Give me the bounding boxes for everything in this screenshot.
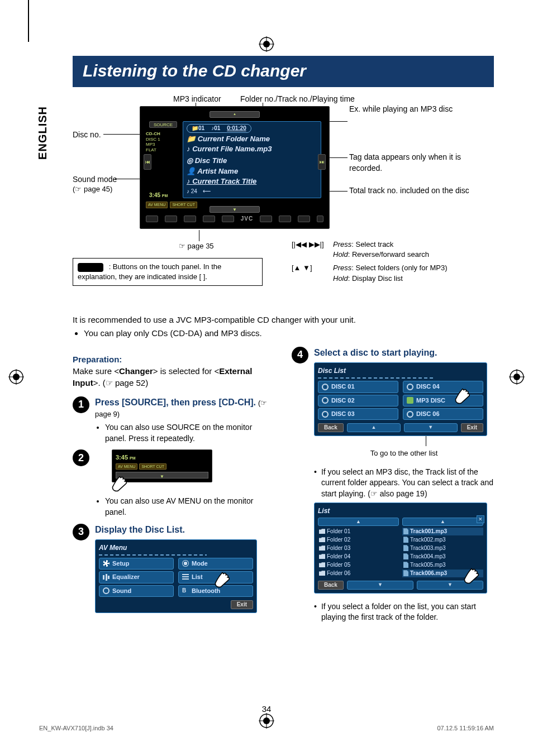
shortcut-chip[interactable]: SHORT CUT (170, 202, 197, 208)
scroll-down-arrow[interactable]: ▼ (404, 423, 458, 432)
exit-button[interactable]: Exit (231, 600, 253, 609)
track-002[interactable]: Track002.mp3 (402, 536, 483, 544)
step-3-badge: 3 (73, 524, 89, 540)
next-track-button[interactable]: ⏭ (318, 154, 326, 170)
preparation-text: Make sure <Changer> is selected for <Ext… (73, 365, 275, 389)
hw-button-disp[interactable] (222, 216, 234, 222)
step-3-title: Display the Disc List. (95, 524, 275, 536)
folder-03[interactable]: Folder 03 (318, 544, 399, 552)
hw-button[interactable] (184, 216, 196, 222)
disc-icon (407, 411, 413, 418)
folder-04[interactable]: Folder 04 (318, 553, 399, 561)
device-up-arrow-button[interactable]: ▲ (210, 111, 260, 118)
track-list-title: List (318, 506, 483, 516)
disc-01[interactable]: DISC 01 (318, 381, 398, 393)
track-scroll-up[interactable]: ▲ (402, 518, 483, 526)
callout-sound-mode: Sound mode (73, 174, 117, 185)
av-menu-chip[interactable]: AV MENU (116, 463, 137, 470)
preparation-heading: Preparation: (73, 353, 275, 365)
track-title: Current Track Title (192, 177, 256, 185)
touch-button-chip-icon (78, 263, 103, 272)
hw-button-minus[interactable] (260, 216, 272, 222)
folder-05[interactable]: Folder 05 (318, 561, 399, 569)
equalizer-icon (103, 574, 110, 581)
cd-ch-label: CD-CH (146, 131, 160, 137)
registration-mark-right (509, 369, 525, 387)
menu-equalizer[interactable]: Equalizer (99, 571, 174, 583)
file-icon (403, 570, 408, 576)
folder-scroll-down[interactable]: ▼ (347, 581, 413, 590)
step-1-badge: 1 (73, 396, 89, 413)
current-file-name: Current File Name.mp3 (192, 145, 272, 153)
artist-name: Artist Name (197, 167, 238, 175)
lcd-side-info: CD-CH DISC 1 MP3 FLAT (146, 131, 160, 152)
folder-01[interactable]: Folder 01 (318, 528, 399, 535)
sound-icon (103, 587, 110, 594)
prev-track-button[interactable]: ⏮ (144, 154, 151, 170)
menu-sound[interactable]: Sound (99, 585, 174, 597)
av-menu-title: AV Menu (99, 543, 253, 553)
hw-button-source[interactable] (203, 216, 215, 222)
track-003[interactable]: Track003.mp3 (402, 544, 483, 552)
hw-button[interactable] (165, 216, 177, 222)
disc-icon (322, 411, 329, 418)
current-folder-name: Current Folder Name (198, 135, 270, 143)
device-mock: ▲ SOURCE CD-CH DISC 1 MP3 FLAT ⏮ 📁01 ♪01… (140, 106, 330, 229)
disc-icon (407, 384, 413, 390)
callout-folder-track-time: Folder no./Track no./Playing time (240, 94, 355, 105)
language-tab: ENGLISH (36, 106, 49, 160)
folder-scroll-up[interactable]: ▲ (318, 518, 399, 526)
track-004[interactable]: Track004.mp3 (402, 553, 483, 561)
pointing-hand-icon (108, 471, 131, 494)
callout-mp3-indicator: MP3 indicator (173, 94, 221, 105)
av-menu-screen: AV Menu Setup Mode Equalizer List Sound … (95, 539, 257, 613)
source-button[interactable]: SOURCE (149, 121, 177, 128)
row2-hold: Hold: Display Disc list (333, 274, 485, 284)
step-2-bullet: You can also use AV MENU on the monitor … (105, 496, 275, 518)
page-title: Listening to the CD changer (73, 56, 494, 87)
hw-button[interactable] (146, 216, 158, 222)
scroll-up-arrow[interactable]: ▲ (347, 423, 401, 432)
folder-icon (319, 554, 325, 559)
callout-ex-playing: Ex. while playing an MP3 disc (349, 104, 478, 115)
folder-icon (319, 529, 325, 534)
callout-disc-no: Disc no. (73, 130, 101, 141)
disc-02[interactable]: DISC 02 (318, 395, 398, 406)
total-tracks: 24 (191, 188, 197, 194)
file-icon (403, 562, 408, 568)
folder-02[interactable]: Folder 02 (318, 536, 399, 544)
list-icon (182, 574, 189, 581)
close-button[interactable]: ✕ (477, 515, 484, 523)
registration-mark-left (8, 369, 24, 387)
mp3-label: MP3 (146, 142, 160, 147)
back-button[interactable]: Back (318, 423, 344, 432)
folder-buttons-symbol: [▲ ▼] (292, 263, 332, 285)
menu-setup[interactable]: Setup (99, 558, 174, 570)
av-menu-chip[interactable]: AV MENU (146, 202, 168, 208)
note-icon: ♪01 (211, 125, 220, 132)
step-4-title: Select a disc to start playing. (314, 347, 494, 359)
callout-tag-note: Tag data appears only when it is recorde… (349, 152, 478, 174)
brand-logo: JVC (241, 215, 253, 223)
hw-button[interactable] (317, 216, 323, 222)
step-2-badge: 2 (73, 449, 89, 466)
hw-button-open[interactable] (298, 216, 310, 222)
disc-06[interactable]: DISC 06 (403, 408, 483, 420)
disc-label: DISC 1 (146, 137, 160, 142)
track-list-screen: List ▲ ▲ ✕ Folder 01 Track001.mp3 Folder… (314, 503, 487, 593)
device-down-arrow-button[interactable]: ▼ (210, 206, 260, 213)
disc-list-screen: Disc List DISC 01 DISC 04 DISC 02 MP3 DI… (314, 362, 487, 436)
shortcut-chip[interactable]: SHORT CUT (139, 463, 166, 470)
folder-icon (319, 562, 325, 567)
exit-button[interactable]: Exit (461, 423, 483, 432)
folder-icon: 📁01 (192, 125, 204, 132)
file-icon (403, 528, 408, 534)
page-number: 34 (262, 704, 272, 714)
folder-icon (319, 546, 325, 551)
pointing-hand-icon (460, 563, 483, 586)
back-button[interactable]: Back (318, 581, 344, 590)
disc-03[interactable]: DISC 03 (318, 408, 398, 420)
hw-button-plus[interactable] (279, 216, 291, 222)
track-001[interactable]: Track001.mp3 (402, 528, 483, 535)
folder-06[interactable]: Folder 06 (318, 570, 399, 577)
